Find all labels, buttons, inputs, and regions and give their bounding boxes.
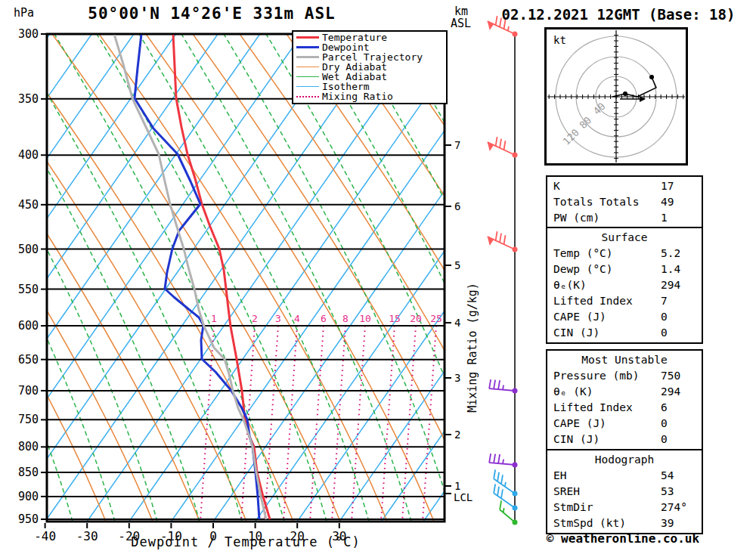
table-row-label: Pressure (mb)	[553, 370, 640, 382]
pressure-tick-label: 800	[18, 440, 39, 453]
pressure-tick-label: 900	[18, 490, 39, 503]
table-title: Hodograph	[547, 452, 702, 468]
table-row-value: 6	[661, 400, 668, 416]
legend-line-swatch	[296, 86, 319, 87]
info-table: K17Totals Totals49PW (cm)1	[546, 175, 703, 229]
pressure-tick-label: 650	[18, 353, 39, 367]
wind-barb	[494, 469, 517, 496]
table-row-value: 5.2	[661, 246, 680, 262]
table-row-value: 54	[661, 468, 674, 484]
wind-barb	[489, 453, 517, 467]
legend-box: TemperatureDewpointParcel TrajectoryDry …	[292, 30, 448, 104]
table-row-label: K	[553, 180, 560, 192]
table-row-value: 1	[661, 210, 668, 226]
legend-line-swatch	[296, 96, 319, 97]
table-row-value: 49	[661, 194, 674, 210]
table-row-label: CAPE (J)	[553, 311, 606, 323]
table-row: θₑ(K)294	[547, 277, 702, 293]
table-row-value: 17	[661, 178, 674, 194]
pressure-tick-label: 300	[18, 27, 39, 41]
table-row-label: CIN (J)	[553, 327, 600, 339]
info-table: SurfaceTemp (°C)5.2Dewp (°C)1.4θₑ(K)294L…	[546, 227, 703, 344]
table-row: Lifted Index6	[547, 400, 702, 416]
table-row: CIN (J)0	[547, 325, 702, 341]
table-row-value: 53	[661, 484, 674, 500]
table-row-label: Dewp (°C)	[553, 263, 613, 275]
table-row: CIN (J)0	[547, 432, 702, 447]
x-axis-title: Dewpoint / Temperature (°C)	[45, 534, 446, 549]
pressure-tick-label: 600	[18, 319, 39, 333]
table-row: Lifted Index7	[547, 293, 702, 309]
isotherm-lines	[0, 34, 529, 522]
table-row-value: 274°	[661, 500, 687, 515]
table-row-label: SREH	[553, 485, 580, 497]
table-row: CAPE (J)0	[547, 309, 702, 325]
table-row-value: 294	[661, 277, 680, 293]
hodograph-plot: 4080120kt	[544, 27, 688, 166]
wind-barb	[489, 379, 517, 393]
table-title: Surface	[547, 230, 702, 246]
legend-item: Wet Adiabat	[293, 72, 446, 82]
table-row-label: PW (cm)	[553, 212, 600, 224]
table-row-label: θₑ (K)	[553, 385, 593, 398]
table-row-value: 0	[661, 416, 668, 432]
mixing-ratio-axis-label: Mixing Ratio (g/kg)	[466, 283, 479, 413]
mixing-ratio-value-label: 4	[294, 313, 300, 324]
table-row: PW (cm)1	[547, 210, 702, 226]
mixing-ratio-value-label: 3	[275, 313, 281, 324]
hodograph-unit-label: kt	[553, 34, 566, 46]
table-row-label: θₑ(K)	[553, 279, 587, 291]
legend-item-label: Mixing Ratio	[322, 91, 393, 101]
table-title: Most Unstable	[547, 352, 702, 368]
table-row: Temp (°C)5.2	[547, 246, 702, 262]
table-row-label: Totals Totals	[553, 196, 640, 208]
table-row-value: 0	[661, 325, 668, 341]
table-row-label: Temp (°C)	[553, 247, 613, 259]
altitude-tick-label: 6	[454, 200, 460, 212]
pressure-tick-label: 400	[18, 148, 39, 162]
pressure-tick-label: 500	[18, 243, 39, 256]
table-row: θₑ (K)294	[547, 384, 702, 400]
table-row: SREH53	[547, 484, 702, 500]
legend-line-swatch	[296, 76, 319, 77]
pressure-tick-label: 450	[18, 198, 39, 212]
pressure-tick-label: 350	[18, 92, 39, 106]
table-row-value: 294	[661, 384, 680, 400]
table-row-value: 7	[661, 293, 668, 309]
table-row-label: EH	[553, 469, 566, 481]
mixing-ratio-value-label: 20	[410, 313, 422, 324]
pressure-tick-label: 550	[18, 283, 39, 296]
table-row-label: Lifted Index	[553, 401, 633, 413]
pressure-tick-label: 950	[18, 512, 39, 526]
mixing-ratio-value-label: 15	[389, 313, 401, 324]
info-table: HodographEH54SREH53StmDir274°StmSpd (kt)…	[546, 449, 703, 534]
mixing-ratio-lines: 12346810152025	[200, 313, 442, 522]
table-row-value: 0	[661, 432, 668, 447]
lcl-label: LCL	[454, 491, 472, 503]
table-row-label: CAPE (J)	[553, 417, 606, 429]
altitude-tick-label: 5	[454, 259, 460, 271]
legend-line-swatch	[296, 67, 319, 67]
table-row: Totals Totals49	[547, 194, 702, 210]
mixing-ratio-value-label: 10	[359, 313, 371, 324]
mixing-ratio-value-label: 8	[342, 313, 349, 324]
table-row-label: StmSpd (kt)	[553, 517, 626, 529]
altitude-tick-label: 1	[454, 480, 460, 492]
mixing-ratio-value-label: 1	[211, 313, 217, 324]
mixing-ratio-value-label: 2	[252, 313, 258, 324]
table-row: EH54	[547, 468, 702, 484]
table-row-value: 750	[661, 368, 680, 384]
table-row: StmDir274°	[547, 500, 702, 515]
legend-line-swatch	[296, 56, 319, 58]
altitude-tick-label: 2	[454, 429, 460, 441]
table-row: StmSpd (kt)39	[547, 515, 702, 531]
legend-item: Mixing Ratio	[293, 91, 446, 101]
table-row-value: 39	[661, 515, 674, 531]
info-table: Most UnstablePressure (mb)750θₑ (K)294Li…	[546, 349, 703, 450]
wind-barb	[488, 231, 518, 252]
altitude-tick-label: 4	[454, 317, 460, 329]
wind-barb	[488, 16, 518, 36]
table-row: Dewp (°C)1.4	[547, 262, 702, 277]
table-row-label: StmDir	[553, 501, 593, 513]
legend-item: Temperature	[293, 32, 446, 42]
